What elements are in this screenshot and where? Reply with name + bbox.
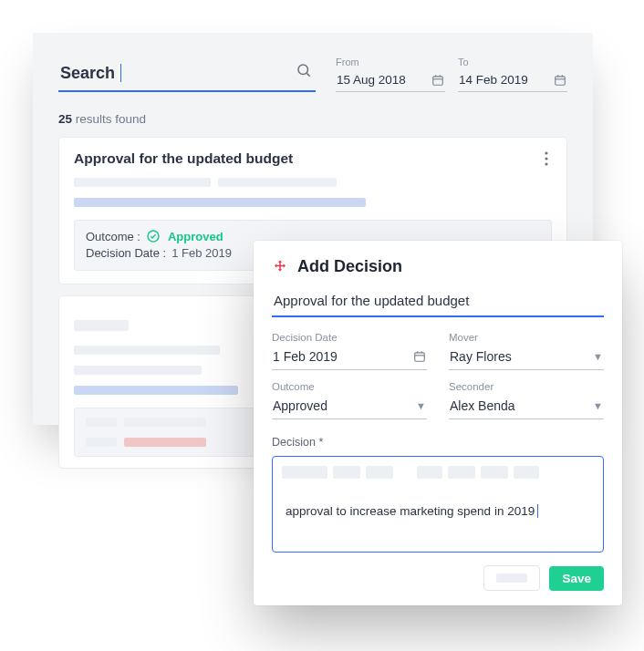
svg-rect-2	[433, 76, 443, 84]
decision-date-label: Decision Date :	[86, 246, 166, 260]
toolbar-button[interactable]	[514, 466, 539, 479]
decision-editor[interactable]: approval to increase marketing spend in …	[272, 456, 604, 553]
field-label: Outcome	[272, 381, 427, 392]
decision-field-label: Decision *	[272, 436, 604, 449]
from-date-label: From	[336, 57, 445, 67]
seconder-field[interactable]: Seconder Alex Benda ▼	[449, 381, 604, 419]
editor-text-cursor	[537, 504, 538, 518]
decision-date-value: 1 Feb 2019	[171, 246, 232, 260]
field-label: Mover	[449, 332, 604, 343]
save-button[interactable]: Save	[549, 566, 604, 591]
calendar-icon[interactable]	[554, 74, 566, 87]
svg-point-11	[545, 157, 547, 160]
outcome-value: Approved	[273, 398, 327, 413]
svg-point-12	[545, 162, 547, 165]
to-date-field[interactable]: To 14 Feb 2019	[458, 57, 567, 92]
toolbar-button[interactable]	[333, 466, 360, 479]
editor-toolbar	[282, 466, 594, 479]
toolbar-button[interactable]	[417, 466, 442, 479]
outcome-field[interactable]: Outcome Approved ▼	[272, 381, 427, 419]
cancel-button[interactable]	[483, 565, 540, 591]
seconder-value: Alex Benda	[450, 398, 515, 413]
chevron-down-icon[interactable]: ▼	[593, 400, 603, 411]
decision-date-value: 1 Feb 2019	[273, 349, 338, 364]
search-icon[interactable]	[296, 62, 312, 78]
svg-point-0	[298, 65, 308, 75]
svg-rect-6	[556, 76, 566, 84]
check-circle-icon	[146, 229, 161, 243]
toolbar-button[interactable]	[282, 466, 327, 479]
field-label: Seconder	[449, 381, 604, 392]
calendar-icon[interactable]	[431, 74, 444, 87]
result-card-title: Approval for the updated budget	[74, 150, 293, 167]
search-text-cursor	[120, 64, 121, 82]
date-range: From 15 Aug 2018 To 14 Fe	[336, 57, 567, 92]
outcome-label: Outcome :	[86, 230, 140, 243]
search-input[interactable]	[58, 58, 316, 92]
chevron-down-icon[interactable]: ▼	[416, 400, 426, 411]
results-count-suffix: results found	[72, 112, 146, 126]
to-date-label: To	[458, 57, 567, 67]
modal-title: Add Decision	[297, 257, 402, 276]
decision-text: approval to increase marketing spend in …	[282, 504, 535, 518]
calendar-icon[interactable]	[413, 350, 426, 363]
svg-point-10	[545, 151, 547, 154]
results-count-number: 25	[58, 112, 72, 126]
skeleton-line	[74, 198, 552, 207]
decision-title-input[interactable]	[272, 287, 604, 317]
results-count: 25 results found	[58, 112, 567, 126]
svg-rect-14	[415, 353, 425, 361]
add-decision-modal: Add Decision Decision Date 1 Feb 2019 Mo	[254, 241, 622, 605]
search-field-wrap	[58, 58, 316, 92]
mover-field[interactable]: Mover Ray Flores ▼	[449, 332, 604, 370]
decision-date-field[interactable]: Decision Date 1 Feb 2019	[272, 332, 427, 370]
outcome-value: Approved	[168, 230, 223, 243]
to-date-value: 14 Feb 2019	[459, 73, 528, 87]
from-date-value: 15 Aug 2018	[337, 73, 406, 87]
svg-line-1	[306, 73, 309, 76]
move-icon[interactable]	[272, 259, 288, 275]
chevron-down-icon[interactable]: ▼	[593, 351, 603, 362]
skeleton-line	[74, 178, 552, 187]
mover-value: Ray Flores	[450, 349, 512, 364]
toolbar-button[interactable]	[448, 466, 475, 479]
field-label: Decision Date	[272, 332, 427, 343]
more-options-icon[interactable]	[541, 151, 552, 166]
toolbar-button[interactable]	[481, 466, 508, 479]
from-date-field[interactable]: From 15 Aug 2018	[336, 57, 445, 92]
toolbar-button[interactable]	[366, 466, 393, 479]
